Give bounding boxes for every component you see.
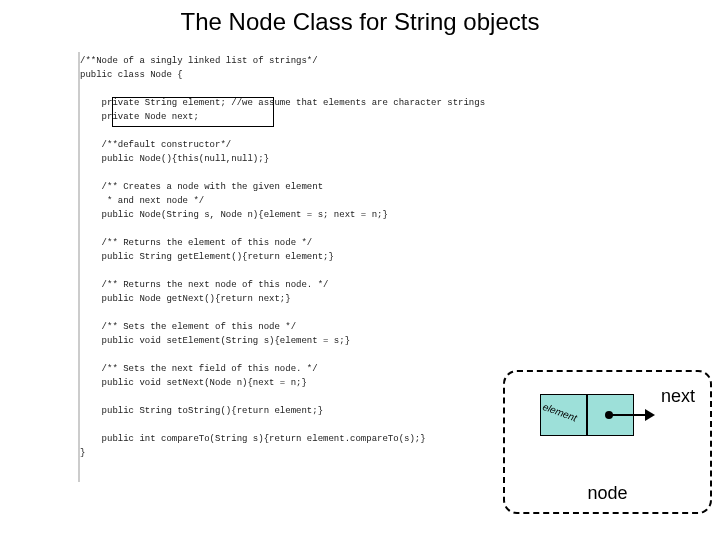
next-label: next [661, 386, 695, 407]
node-label: node [505, 483, 710, 504]
next-pointer-arrow [609, 414, 653, 416]
slide-page: The Node Class for String objects /**Nod… [0, 0, 720, 540]
node-diagram: element next node [503, 370, 712, 514]
element-cell-label: element [541, 401, 578, 424]
element-cell: element [540, 394, 587, 436]
page-title: The Node Class for String objects [0, 8, 720, 36]
